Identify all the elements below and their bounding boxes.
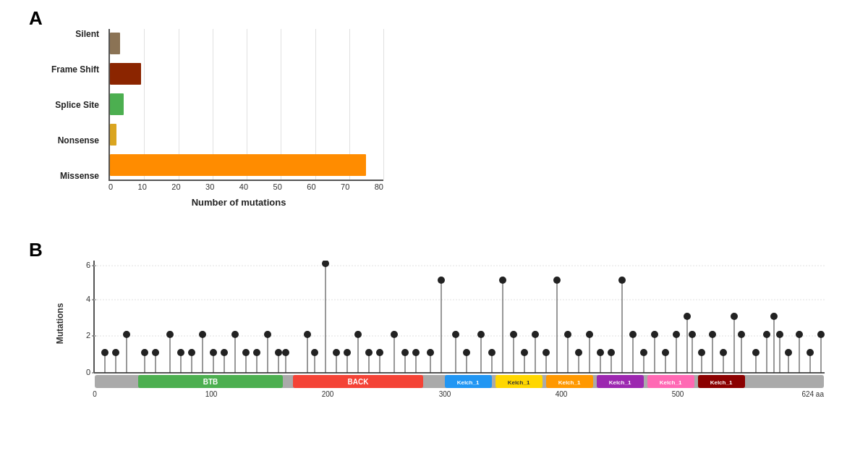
- lollipop-svg: 0 2 4 6 BTB BACK: [69, 261, 828, 405]
- svg-point-152: [738, 331, 745, 338]
- svg-point-58: [221, 349, 228, 356]
- bar-silent: [110, 33, 120, 54]
- svg-point-42: [123, 331, 130, 338]
- y-label-frameshift: Frame Shift: [51, 64, 99, 75]
- svg-point-118: [564, 331, 571, 338]
- svg-point-120: [575, 349, 582, 356]
- x-tick-50: 50: [273, 182, 282, 191]
- svg-text:Kelch_1: Kelch_1: [508, 379, 530, 386]
- svg-point-164: [796, 331, 803, 338]
- x-tick-20: 20: [171, 182, 180, 191]
- svg-point-56: [210, 349, 217, 356]
- svg-point-154: [752, 349, 760, 356]
- svg-text:300: 300: [439, 390, 451, 398]
- x-tick-40: 40: [239, 182, 248, 191]
- svg-point-76: [311, 349, 318, 356]
- svg-point-94: [427, 349, 434, 356]
- x-tick-10: 10: [138, 182, 147, 191]
- svg-point-142: [689, 331, 696, 338]
- svg-point-116: [553, 277, 561, 284]
- y-label-missense: Missense: [60, 171, 99, 181]
- panel-b: B Mutations 0 2 4 6: [29, 239, 839, 442]
- svg-text:100: 100: [205, 390, 218, 398]
- x-tick-60: 60: [307, 182, 315, 191]
- svg-text:BTB: BTB: [203, 378, 218, 386]
- svg-text:400: 400: [556, 390, 568, 398]
- svg-point-150: [731, 313, 738, 320]
- svg-point-88: [391, 331, 398, 338]
- x-tick-70: 70: [341, 182, 349, 191]
- svg-point-38: [101, 349, 109, 356]
- svg-point-106: [499, 277, 506, 284]
- svg-text:0: 0: [93, 390, 97, 398]
- y-label-splicesite: Splice Site: [55, 100, 99, 110]
- svg-text:624 aa: 624 aa: [801, 390, 824, 398]
- svg-text:0: 0: [86, 368, 90, 376]
- svg-point-136: [662, 349, 669, 356]
- svg-text:2: 2: [86, 331, 90, 340]
- y-label-nonsense: Nonsense: [58, 135, 99, 146]
- svg-point-98: [452, 331, 459, 338]
- svg-text:Kelch_1: Kelch_1: [558, 379, 581, 386]
- svg-point-72: [322, 261, 329, 267]
- svg-point-60: [231, 331, 239, 338]
- svg-point-122: [586, 331, 593, 338]
- svg-point-48: [166, 331, 174, 338]
- svg-point-84: [365, 349, 373, 356]
- svg-point-82: [354, 331, 362, 338]
- svg-point-156: [763, 331, 770, 338]
- svg-point-54: [199, 331, 206, 338]
- svg-point-44: [141, 349, 148, 356]
- y-label-silent: Silent: [75, 29, 99, 39]
- svg-point-78: [333, 349, 340, 356]
- svg-text:500: 500: [672, 390, 684, 398]
- svg-point-68: [275, 349, 282, 356]
- svg-point-146: [709, 331, 716, 338]
- svg-point-162: [785, 349, 792, 356]
- svg-text:200: 200: [322, 390, 334, 398]
- svg-point-50: [177, 349, 184, 356]
- svg-point-166: [807, 349, 814, 356]
- svg-point-80: [344, 349, 351, 356]
- svg-point-46: [152, 349, 159, 356]
- svg-text:BACK: BACK: [348, 378, 370, 386]
- bar-missense: [110, 154, 366, 176]
- y-axis-label-b: Mutations: [55, 303, 65, 345]
- svg-point-96: [438, 277, 445, 284]
- x-tick-30: 30: [205, 182, 214, 191]
- svg-point-148: [720, 349, 727, 356]
- svg-point-66: [264, 331, 271, 338]
- svg-point-110: [521, 349, 528, 356]
- svg-point-158: [770, 313, 778, 320]
- x-tick-80: 80: [375, 182, 383, 191]
- svg-point-130: [629, 331, 637, 338]
- svg-point-140: [684, 313, 691, 320]
- svg-text:6: 6: [86, 261, 90, 269]
- svg-point-70: [282, 349, 289, 356]
- svg-point-168: [817, 331, 825, 338]
- svg-point-128: [618, 277, 626, 284]
- svg-point-134: [651, 331, 658, 338]
- svg-point-132: [640, 349, 647, 356]
- svg-point-102: [477, 331, 485, 338]
- x-tick-0: 0: [109, 182, 113, 191]
- figure-container: A Silent Frame Shift Splice Site Nonsens…: [0, 0, 868, 451]
- svg-point-90: [401, 349, 409, 356]
- svg-text:Kelch_1: Kelch_1: [457, 379, 480, 386]
- svg-text:Kelch_1: Kelch_1: [710, 379, 733, 386]
- svg-point-74: [304, 331, 311, 338]
- svg-point-64: [253, 349, 260, 356]
- svg-point-138: [673, 331, 680, 338]
- svg-point-100: [463, 349, 470, 356]
- svg-text:Kelch_1: Kelch_1: [609, 379, 631, 386]
- svg-point-86: [376, 349, 383, 356]
- svg-point-112: [532, 331, 539, 338]
- panel-b-label: B: [29, 239, 43, 261]
- svg-point-40: [112, 349, 119, 356]
- svg-point-160: [776, 331, 783, 338]
- svg-point-114: [542, 349, 550, 356]
- svg-point-124: [597, 349, 604, 356]
- svg-point-104: [488, 349, 495, 356]
- svg-text:4: 4: [86, 295, 90, 303]
- svg-point-52: [188, 349, 195, 356]
